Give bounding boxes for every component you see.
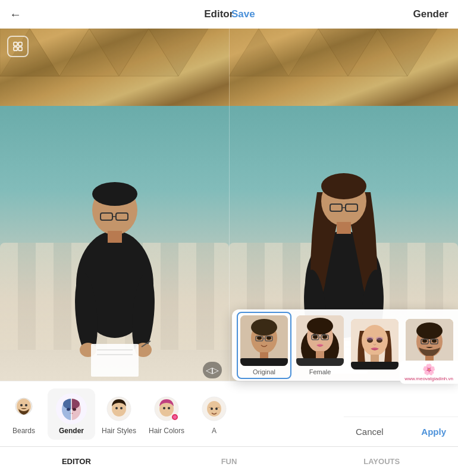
back-button[interactable]: ← [10,8,21,21]
svg-point-103 [163,407,165,409]
svg-point-106 [173,415,177,419]
svg-rect-18 [91,344,139,377]
gender-option-original[interactable]: Original [237,312,291,379]
svg-rect-73 [351,362,399,369]
tool-hair-colors[interactable]: Hair Colors [143,389,190,440]
tool-beards-label: Beards [12,427,35,435]
svg-point-47 [251,319,277,336]
svg-rect-24 [14,47,17,51]
lotus-icon: 🌸 [422,363,435,376]
svg-point-86 [20,404,23,406]
svg-point-33 [321,173,366,199]
gender-option-female[interactable]: Female [294,313,346,378]
svg-rect-65 [296,358,344,366]
svg-point-92 [67,408,70,411]
bottom-nav: EDITOR FUN LAYOUTS [0,446,458,476]
face-female [296,315,344,366]
svg-point-95 [73,408,76,411]
more-icon [199,393,230,424]
photo-panel-left: ◁▷ [0,29,229,386]
tool-gender[interactable]: Gender [48,389,95,440]
svg-rect-25 [18,47,22,51]
svg-rect-23 [18,42,22,46]
tool-more[interactable]: A [190,389,238,440]
svg-point-78 [432,339,437,343]
hair-colors-icon [151,393,182,424]
svg-point-70 [366,337,374,340]
header-title: Editor [204,8,233,20]
svg-rect-54 [240,358,288,366]
svg-point-9 [92,182,137,206]
svg-point-76 [416,322,443,339]
svg-point-104 [168,407,170,409]
nav-layouts-label: LAYOUTS [363,457,400,466]
cancel-button[interactable]: Cancel [356,427,384,437]
tool-hair-colors-label: Hair Colors [149,427,184,435]
header: ← Editor Save Gender [0,0,458,29]
beard-icon [8,393,39,424]
svg-rect-22 [14,42,17,46]
compare-button-left[interactable]: ◁▷ [203,362,222,378]
nav-fun-label: FUN [221,457,237,466]
watermark: 🌸 www.meovatgiadinh.vn [400,361,458,384]
gender-option-female2[interactable] [349,317,401,374]
svg-point-109 [211,408,213,410]
svg-point-77 [422,339,427,343]
panel-divider [229,29,230,386]
header-left: ← [10,8,21,21]
svg-rect-37 [337,222,351,234]
nav-editor-label: EDITOR [62,457,91,466]
svg-rect-13 [108,231,122,243]
svg-point-100 [120,407,123,409]
tool-hair-styles-label: Hair Styles [102,427,136,435]
face-original [240,315,288,366]
face-female2 [351,319,399,369]
popup-actions: Cancel Apply [344,416,458,446]
tool-hair-styles[interactable]: Hair Styles [95,389,143,440]
svg-point-48 [257,336,262,340]
person-male-svg [55,112,174,386]
compare-icon-left: ◁▷ [206,365,219,375]
nav-layouts[interactable]: LAYOUTS [305,457,458,466]
tool-gender-label: Gender [59,427,84,435]
tool-more-label: A [212,427,217,435]
hair-styles-icon [103,393,134,424]
save-button[interactable]: Save [231,8,255,20]
photo-scene-left: ◁▷ [0,29,229,386]
svg-point-67 [362,325,388,356]
header-right-title: Gender [413,8,448,20]
gender-icon [56,393,87,424]
nav-fun[interactable]: FUN [153,457,306,466]
gender-option-original-label: Original [253,368,275,375]
gender-option-female-label: Female [309,368,331,375]
svg-point-58 [307,318,333,334]
svg-point-110 [215,408,218,410]
svg-point-87 [25,404,27,406]
svg-point-49 [266,336,271,340]
tool-beards[interactable]: Beards [0,389,48,440]
svg-marker-26 [229,29,288,76]
svg-point-99 [115,407,118,409]
apply-button[interactable]: Apply [421,427,446,437]
nav-editor[interactable]: EDITOR [0,457,153,466]
layout-icon-button[interactable] [7,36,29,57]
watermark-text: www.meovatgiadinh.vn [404,376,453,381]
svg-point-71 [376,337,383,340]
